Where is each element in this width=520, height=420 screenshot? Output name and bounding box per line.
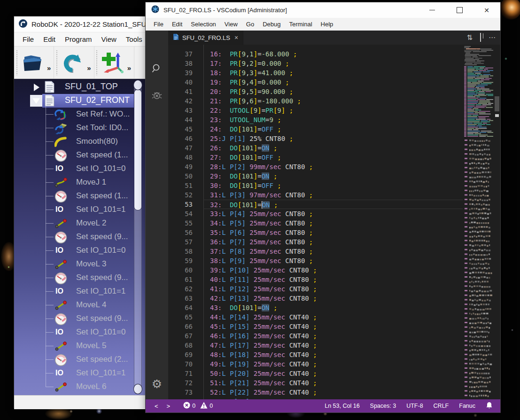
code-line[interactable]: 41:L P[12] 25mm/sec CNT80 ; [203, 284, 463, 294]
tree-item-set-speed-2-[interactable]: Set speed (2... [14, 353, 148, 366]
menu-selection[interactable]: Selection [186, 21, 220, 28]
tree-item-set-tool-id0-[interactable]: Set Tool: ID0... [14, 121, 148, 135]
tree-item-set-io-101-0[interactable]: IOSet IO_101=0 [14, 326, 148, 339]
menu-terminal[interactable]: Terminal [285, 21, 316, 28]
tree-item-movel-3[interactable]: MoveL 3 [14, 257, 148, 271]
tab-sfu-02-fro-ls[interactable]: SFU_02_FRO.LS × [168, 31, 243, 45]
code-line[interactable]: 42:L P[13] 25mm/sec CNT80 ; [203, 294, 463, 303]
status-utf-8[interactable]: UTF-8 [406, 403, 423, 409]
debug-icon[interactable] [146, 85, 168, 106]
add-frame-icon[interactable] [100, 50, 125, 75]
forward-chevron[interactable]: > [164, 403, 173, 410]
tree-item-sfu_01_top[interactable]: SFU_01_TOP [14, 80, 148, 94]
code-line[interactable]: 51:L P[21] 25mm/sec CNT40 ; [203, 378, 463, 388]
status-spaces-3[interactable]: Spaces: 3 [370, 403, 396, 409]
code-line[interactable]: 26: DO[101]=ON ; [203, 143, 463, 153]
menu-file[interactable]: File [149, 21, 168, 28]
menu-edit[interactable]: Edit [168, 21, 186, 28]
tree-scrollbar-thumb[interactable] [134, 89, 142, 210]
code-line[interactable]: 33:L P[4] 25mm/sec CNT80 ; [203, 209, 463, 218]
code-line[interactable]: 38:L P[9] 25mm/sec CNT80 ; [203, 256, 463, 265]
tree-item-set-speed-9-[interactable]: Set speed (9... [14, 230, 148, 244]
code-line[interactable]: 47:L P[17] 25mm/sec CNT40 ; [203, 341, 463, 350]
robodk-titlebar[interactable]: RoboDK - 2020-12-22 Station1_SFU [14, 16, 148, 32]
code-line[interactable]: 36:L P[7] 25mm/sec CNT80 ; [203, 237, 463, 247]
close-button[interactable]: ✕ [473, 2, 500, 18]
menu-debug[interactable]: Debug [258, 21, 285, 28]
editor-scrollbar-thumb[interactable] [495, 96, 499, 111]
status-ln-53-col-16[interactable]: Ln 53, Col 16 [325, 403, 359, 409]
code-line[interactable]: 28:L P[2] 99mm/sec CNT80 ; [203, 162, 463, 171]
more-actions-icon[interactable]: ⋯ [489, 33, 496, 42]
minimize-button[interactable] [419, 2, 446, 18]
code-line[interactable]: 32: DO[101]=ON ; [203, 200, 463, 209]
robodk-menu-view[interactable]: View [97, 35, 121, 43]
code-line[interactable]: 44:L P[14] 25mm/sec CNT40 ; [203, 312, 463, 322]
tree-item-set-io-101-0[interactable]: IOSet IO_101=0 [14, 162, 148, 176]
code-line[interactable]: 22: UTOOL[9]=PR[9] ; [203, 106, 463, 115]
code-line[interactable]: 39:L P[10] 25mm/sec CNT80 ; [203, 265, 463, 275]
tree-item-movel-4[interactable]: MoveL 4 [14, 298, 148, 312]
minimap[interactable] [463, 45, 493, 398]
bell-icon[interactable] [486, 402, 493, 411]
code-line[interactable]: 29: DO[101]=ON ; [203, 171, 463, 181]
toolbar-overflow-button[interactable]: » [47, 64, 51, 72]
code-line[interactable]: 23: UTOOL_NUM=9 ; [203, 115, 463, 124]
open-changes-icon[interactable]: ⇅ [466, 33, 473, 42]
toolbar-drag-handle[interactable] [55, 50, 58, 75]
code-line[interactable]: 50:L P[20] 25mm/sec CNT40 ; [203, 369, 463, 378]
tree-item-set-speed-1-[interactable]: Set speed (1... [14, 148, 148, 162]
tree-item-smooth-80-[interactable]: Smooth(80) [14, 135, 148, 148]
tree-scrollbar-top-ball[interactable] [133, 80, 142, 90]
code-line[interactable]: 20: PR[9,5]=90.000 ; [203, 87, 463, 96]
tree-item-set-io-101-1[interactable]: IOSet IO_101=1 [14, 366, 148, 380]
undo-icon[interactable] [60, 50, 85, 75]
status-crlf[interactable]: CRLF [434, 403, 449, 409]
tree-item-movel-2[interactable]: MoveL 2 [14, 217, 148, 230]
tree-item-set-ref-wo-[interactable]: Set Ref.: WO... [14, 108, 148, 121]
code-line[interactable]: 25:J P[1] 25% CNT80 ; [203, 134, 463, 143]
tree-item-movel-6[interactable]: MoveL 6 [14, 380, 148, 394]
code-line[interactable]: 18: PR[9,3]=41.000 ; [203, 68, 463, 78]
tree-item-movel-5[interactable]: MoveL 5 [14, 339, 148, 353]
code-line[interactable]: 31:L P[3] 97mm/sec CNT80 ; [203, 190, 463, 200]
toolbar-overflow-button[interactable]: » [87, 64, 91, 72]
tree-item-set-speed-1-[interactable]: Set speed (1... [14, 189, 148, 203]
collapse-arrow-icon[interactable] [32, 98, 40, 104]
menu-go[interactable]: Go [242, 21, 258, 28]
expand-arrow-icon[interactable] [34, 84, 39, 91]
toolbar-drag-handle[interactable] [96, 50, 98, 75]
vscodium-titlebar[interactable]: SFU_02_FRO.LS - VSCodium [Administrator]… [146, 2, 500, 18]
tree-item-movej-1[interactable]: MoveJ 1 [14, 176, 148, 189]
code-line[interactable]: 27: DO[101]=OFF ; [203, 153, 463, 162]
code-line[interactable]: 24: DO[101]=OFF ; [203, 124, 463, 134]
open-folder-icon[interactable] [20, 50, 45, 75]
robodk-menu-program[interactable]: Program [60, 35, 97, 43]
menu-view[interactable]: View [220, 21, 242, 28]
toolbar-drag-handle[interactable] [16, 50, 18, 75]
code-line[interactable]: 37:L P[8] 25mm/sec CNT80 ; [203, 247, 463, 256]
settings-gear-icon[interactable]: ⚙ [146, 373, 168, 395]
tree-item-set-speed-9-[interactable]: Set speed (9... [14, 271, 148, 285]
status-fanuc[interactable]: Fanuc [459, 403, 475, 409]
code-line[interactable]: 40:L P[11] 25mm/sec CNT80 ; [203, 275, 463, 284]
tree-item-set-io-101-1[interactable]: IOSet IO_101=1 [14, 285, 148, 298]
tree-item-set-speed-9-[interactable]: Set speed (9... [14, 312, 148, 326]
tree-scrollbar-bottom-ball[interactable] [133, 384, 142, 394]
code-line[interactable]: 52:L P[22] 25mm/sec CNT40 ; [203, 388, 463, 397]
problems-indicator[interactable]: 0 0 [183, 402, 213, 410]
code-line[interactable]: 48:L P[18] 25mm/sec CNT40 ; [203, 350, 463, 359]
code-line[interactable]: 17: PR[9,2]=0.000 ; [203, 59, 463, 68]
tree-item-sfu_02_front[interactable]: SFU_02_FRONT [14, 94, 148, 108]
code-editor[interactable]: 3738394041424344454647484950515253545556… [168, 45, 500, 399]
code-line[interactable]: 46:L P[16] 25mm/sec CNT40 ; [203, 331, 463, 341]
back-chevron[interactable]: < [152, 403, 161, 410]
toolbar-overflow-button[interactable]: » [127, 64, 131, 72]
code-line[interactable]: 16: PR[9,1]=-68.000 ; [203, 49, 463, 59]
tree-item-set-io-101-1[interactable]: IOSet IO_101=1 [14, 203, 148, 217]
code-line[interactable]: 49:L P[19] 25mm/sec CNT40 ; [203, 359, 463, 369]
split-editor-icon[interactable] [480, 33, 481, 42]
code-line[interactable]: 35:L P[6] 25mm/sec CNT80 ; [203, 228, 463, 237]
code-line[interactable]: 43: DO[101]=ON ; [203, 303, 463, 312]
code-line[interactable]: 45:L P[15] 25mm/sec CNT40 ; [203, 322, 463, 331]
